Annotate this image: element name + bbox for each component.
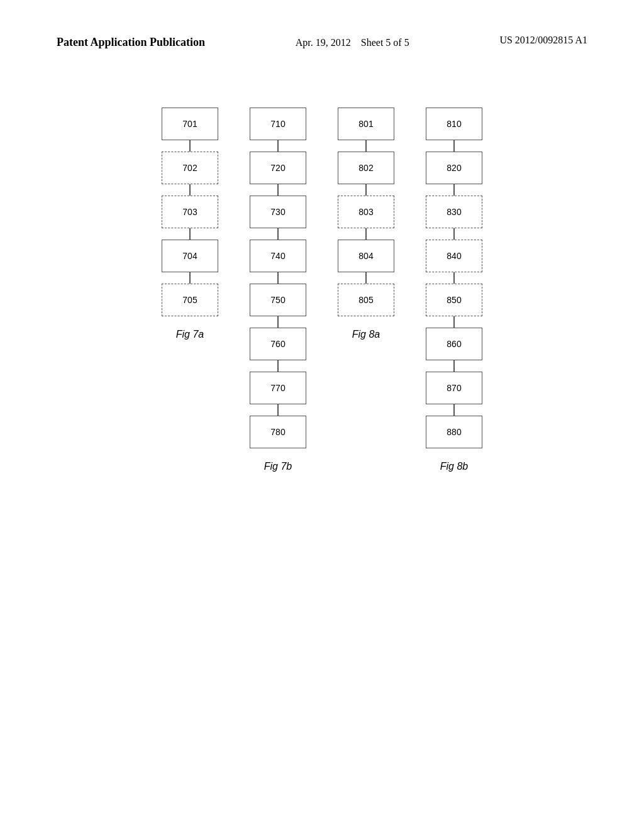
connector — [277, 140, 279, 152]
fig7b-column: 710720730740750760770780 — [250, 108, 306, 448]
flow-block-780: 780 — [250, 416, 306, 448]
connector — [277, 228, 279, 240]
connector — [453, 228, 455, 240]
sheet-info: Sheet 5 of 5 — [361, 37, 409, 48]
connector — [277, 184, 279, 196]
flow-block-760: 760 — [250, 328, 306, 360]
fig8a-column: 801802803804805 — [338, 108, 394, 316]
flow-block-750: 750 — [250, 284, 306, 316]
connector — [365, 272, 367, 284]
flow-block-830: 830 — [426, 196, 482, 228]
flow-block-704: 704 — [162, 240, 218, 272]
connector — [189, 140, 191, 152]
flow-block-801: 801 — [338, 108, 394, 140]
fig8a-label: Fig 8a — [352, 329, 380, 340]
publication-number: US 2012/0092815 A1 — [499, 35, 587, 46]
figure-7a-group: 701702703704705 Fig 7a — [162, 108, 218, 472]
fig8b-column: 810820830840850860870880 — [426, 108, 482, 448]
figures-area: 701702703704705 Fig 7a 71072073074075076… — [0, 64, 644, 472]
publication-date-sheet: Apr. 19, 2012 Sheet 5 of 5 — [296, 35, 409, 51]
connector — [453, 404, 455, 416]
flow-block-810: 810 — [426, 108, 482, 140]
connector — [189, 228, 191, 240]
flow-block-702: 702 — [162, 152, 218, 184]
flow-block-740: 740 — [250, 240, 306, 272]
flow-block-701: 701 — [162, 108, 218, 140]
figure-8b-group: 810820830840850860870880 Fig 8b — [426, 108, 482, 472]
connector — [453, 360, 455, 372]
fig7b-label: Fig 7b — [264, 461, 292, 472]
connector — [277, 360, 279, 372]
flow-block-850: 850 — [426, 284, 482, 316]
flow-block-804: 804 — [338, 240, 394, 272]
connector — [365, 140, 367, 152]
connector — [453, 184, 455, 196]
connector — [189, 272, 191, 284]
figure-8a-group: 801802803804805 Fig 8a — [338, 108, 394, 472]
flow-block-840: 840 — [426, 240, 482, 272]
connector — [365, 228, 367, 240]
fig7a-column: 701702703704705 — [162, 108, 218, 316]
flow-block-805: 805 — [338, 284, 394, 316]
flow-block-802: 802 — [338, 152, 394, 184]
page-header: Patent Application Publication Apr. 19, … — [0, 0, 644, 64]
connector — [277, 272, 279, 284]
connector — [277, 404, 279, 416]
connector — [453, 272, 455, 284]
flow-block-703: 703 — [162, 196, 218, 228]
publication-title: Patent Application Publication — [57, 35, 205, 50]
publication-date: Apr. 19, 2012 — [296, 37, 351, 48]
connector — [453, 140, 455, 152]
flow-block-720: 720 — [250, 152, 306, 184]
figure-7b-group: 710720730740750760770780 Fig 7b — [250, 108, 306, 472]
flow-block-730: 730 — [250, 196, 306, 228]
flow-block-770: 770 — [250, 372, 306, 404]
connector — [277, 316, 279, 328]
flow-block-820: 820 — [426, 152, 482, 184]
fig7a-label: Fig 7a — [176, 329, 204, 340]
flow-block-860: 860 — [426, 328, 482, 360]
flow-block-705: 705 — [162, 284, 218, 316]
connector — [453, 316, 455, 328]
connector — [189, 184, 191, 196]
flow-block-880: 880 — [426, 416, 482, 448]
fig8b-label: Fig 8b — [440, 461, 468, 472]
flow-block-870: 870 — [426, 372, 482, 404]
flow-block-803: 803 — [338, 196, 394, 228]
flow-block-710: 710 — [250, 108, 306, 140]
connector — [365, 184, 367, 196]
